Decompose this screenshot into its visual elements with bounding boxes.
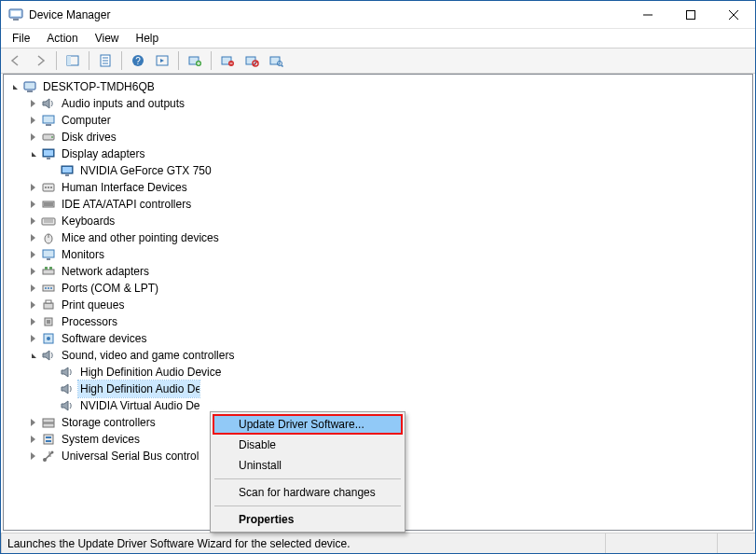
device-manager-window: Device Manager File Action View Help ? D… bbox=[0, 0, 756, 554]
update-driver-button[interactable] bbox=[184, 49, 206, 72]
svg-rect-51 bbox=[47, 258, 50, 260]
expand-arrow-icon[interactable] bbox=[26, 147, 39, 160]
tree-device[interactable]: NVIDIA GeForce GTX 750 bbox=[45, 162, 750, 179]
display-icon bbox=[41, 146, 56, 161]
tree-category-label: Processors bbox=[60, 313, 119, 330]
minimize-button[interactable] bbox=[626, 1, 669, 29]
maximize-button[interactable] bbox=[669, 1, 712, 29]
tree-category[interactable]: Network adapters bbox=[26, 263, 750, 280]
computer-icon bbox=[41, 113, 56, 128]
expand-arrow-icon[interactable] bbox=[26, 298, 39, 312]
uninstall-button[interactable] bbox=[216, 49, 239, 72]
context-menu-item[interactable]: Update Driver Software... bbox=[213, 414, 403, 435]
tree-category-label: Computer bbox=[60, 112, 113, 129]
svg-point-56 bbox=[45, 287, 47, 289]
expand-arrow-icon[interactable] bbox=[26, 198, 39, 211]
menu-action[interactable]: Action bbox=[39, 30, 85, 47]
expand-arrow-icon[interactable] bbox=[26, 231, 39, 244]
titlebar: Device Manager bbox=[1, 1, 755, 29]
expand-arrow-icon[interactable] bbox=[26, 433, 39, 446]
svg-rect-1 bbox=[11, 11, 21, 16]
expand-arrow-icon[interactable] bbox=[26, 416, 39, 429]
tree-category[interactable]: Monitors bbox=[26, 246, 750, 263]
expand-arrow-icon[interactable] bbox=[26, 131, 39, 144]
tree-device[interactable]: High Definition Audio Device bbox=[45, 364, 750, 381]
show-hide-console-button[interactable] bbox=[62, 49, 84, 72]
expand-arrow-icon[interactable] bbox=[7, 80, 21, 93]
svg-rect-30 bbox=[46, 124, 51, 126]
svg-rect-27 bbox=[24, 82, 35, 90]
tree-category[interactable]: Audio inputs and outputs bbox=[26, 95, 750, 112]
expand-arrow-icon[interactable] bbox=[26, 282, 39, 295]
menu-file[interactable]: File bbox=[5, 30, 37, 47]
tree-category[interactable]: Disk drives bbox=[26, 129, 750, 145]
svg-rect-69 bbox=[46, 440, 51, 442]
expand-arrow-icon[interactable] bbox=[26, 248, 39, 261]
context-menu-item[interactable]: Scan for hardware changes bbox=[213, 482, 403, 503]
tree-category-label: Network adapters bbox=[60, 263, 151, 280]
svg-rect-53 bbox=[45, 267, 48, 270]
action-button[interactable] bbox=[151, 49, 173, 72]
menu-view[interactable]: View bbox=[88, 30, 127, 47]
help-button[interactable]: ? bbox=[127, 49, 149, 72]
svg-rect-34 bbox=[44, 150, 53, 156]
context-menu-divider bbox=[214, 478, 401, 479]
expand-arrow-icon[interactable] bbox=[26, 215, 39, 228]
tree-category[interactable]: Keyboards bbox=[26, 213, 750, 229]
svg-rect-62 bbox=[47, 320, 50, 324]
monitor-icon bbox=[41, 247, 56, 262]
menubar: File Action View Help bbox=[1, 29, 755, 48]
expand-arrow-icon[interactable] bbox=[26, 265, 39, 278]
svg-point-58 bbox=[50, 287, 52, 289]
tree-category[interactable]: Print queues bbox=[26, 297, 750, 313]
tree-category[interactable]: Display adapters bbox=[26, 145, 750, 162]
context-menu-item[interactable]: Properties bbox=[213, 509, 403, 530]
tree-category[interactable]: Computer bbox=[26, 112, 750, 129]
context-menu-item[interactable]: Uninstall bbox=[213, 455, 403, 476]
network-icon bbox=[41, 264, 56, 279]
expand-arrow-icon[interactable] bbox=[26, 315, 39, 328]
tree-category[interactable]: Human Interface Devices bbox=[26, 179, 750, 196]
tree-category-label: Keyboards bbox=[60, 213, 117, 229]
menu-help[interactable]: Help bbox=[129, 30, 167, 47]
expand-arrow-icon[interactable] bbox=[26, 450, 39, 463]
svg-rect-59 bbox=[44, 303, 53, 309]
tree-device[interactable]: High Definition Audio Device bbox=[45, 381, 750, 397]
expand-arrow-icon[interactable] bbox=[26, 181, 39, 194]
tree-category-label: Audio inputs and outputs bbox=[60, 95, 186, 112]
expand-arrow-icon[interactable] bbox=[26, 349, 39, 362]
disable-button[interactable] bbox=[241, 49, 263, 72]
tree-category[interactable]: Software devices bbox=[26, 330, 750, 347]
svg-rect-60 bbox=[46, 300, 51, 303]
tree-category[interactable]: IDE ATA/ATAPI controllers bbox=[26, 196, 750, 213]
scan-hardware-button[interactable] bbox=[265, 49, 287, 72]
svg-rect-29 bbox=[43, 116, 54, 123]
tree-root-node[interactable]: DESKTOP-TMDH6QB bbox=[7, 78, 750, 95]
expand-arrow-icon[interactable] bbox=[26, 332, 39, 345]
tree-device-label: NVIDIA GeForce GTX 750 bbox=[78, 162, 213, 179]
svg-rect-38 bbox=[65, 174, 69, 176]
svg-rect-50 bbox=[43, 250, 54, 257]
tree-category[interactable]: Processors bbox=[26, 313, 750, 330]
tree-category[interactable]: Mice and other pointing devices bbox=[26, 229, 750, 246]
tree-device-label: High Definition Audio Device bbox=[78, 381, 199, 397]
disk-icon bbox=[41, 130, 56, 145]
context-menu-item[interactable]: Disable bbox=[213, 435, 403, 455]
tree-category[interactable]: Ports (COM & LPT) bbox=[26, 280, 750, 297]
tree-category-label: Display adapters bbox=[60, 145, 146, 162]
close-button[interactable] bbox=[712, 1, 755, 29]
expand-arrow-icon[interactable] bbox=[26, 114, 39, 127]
tree-category[interactable]: Sound, video and game controllers bbox=[26, 347, 750, 364]
svg-point-57 bbox=[48, 287, 49, 289]
properties-button[interactable] bbox=[94, 49, 117, 72]
statusbar-cell-3 bbox=[718, 533, 755, 553]
port-icon bbox=[41, 281, 56, 296]
speaker-icon bbox=[60, 381, 75, 396]
expand-arrow-icon[interactable] bbox=[26, 97, 39, 110]
tree-category-label: Software devices bbox=[60, 330, 148, 347]
tree-category-label: Mice and other pointing devices bbox=[60, 229, 221, 246]
tree-category-label: Ports (COM & LPT) bbox=[60, 280, 160, 297]
svg-rect-8 bbox=[67, 56, 71, 65]
context-menu: Update Driver Software...DisableUninstal… bbox=[210, 411, 405, 533]
tree-category-label: Disk drives bbox=[60, 129, 118, 145]
